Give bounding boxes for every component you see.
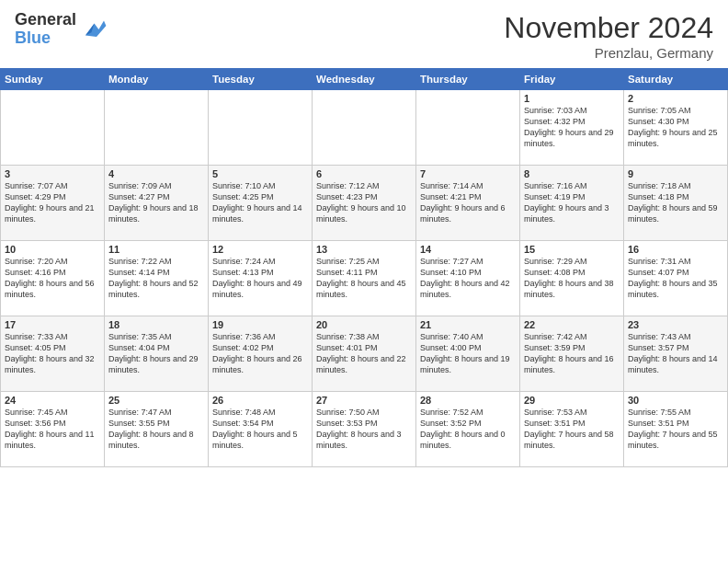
day-number: 29: [524, 395, 620, 406]
day-number: 5: [212, 168, 308, 179]
day-info: Sunrise: 7:33 AM Sunset: 4:05 PM Dayligh…: [5, 331, 100, 376]
day-info: Sunrise: 7:43 AM Sunset: 3:57 PM Dayligh…: [628, 331, 723, 376]
day-number: 22: [524, 319, 620, 330]
calendar-cell: 22Sunrise: 7:42 AM Sunset: 3:59 PM Dayli…: [520, 316, 624, 392]
calendar-cell: 29Sunrise: 7:53 AM Sunset: 3:51 PM Dayli…: [520, 392, 624, 467]
day-number: 11: [108, 244, 204, 255]
day-number: 24: [5, 395, 100, 406]
day-number: 16: [628, 244, 723, 255]
day-number: 17: [5, 319, 100, 330]
calendar-cell: 30Sunrise: 7:55 AM Sunset: 3:51 PM Dayli…: [624, 392, 728, 467]
logo-general: General: [15, 11, 76, 29]
calendar-cell: 26Sunrise: 7:48 AM Sunset: 3:54 PM Dayli…: [209, 392, 313, 467]
calendar-cell: 4Sunrise: 7:09 AM Sunset: 4:27 PM Daylig…: [105, 166, 209, 241]
calendar-cell: 6Sunrise: 7:12 AM Sunset: 4:23 PM Daylig…: [313, 166, 416, 241]
day-info: Sunrise: 7:40 AM Sunset: 4:00 PM Dayligh…: [420, 331, 516, 376]
calendar-cell: 28Sunrise: 7:52 AM Sunset: 3:52 PM Dayli…: [416, 392, 520, 467]
month-year: November 2024: [504, 11, 713, 45]
calendar-cell: 20Sunrise: 7:38 AM Sunset: 4:01 PM Dayli…: [313, 316, 416, 392]
day-info: Sunrise: 7:52 AM Sunset: 3:52 PM Dayligh…: [420, 407, 516, 452]
day-info: Sunrise: 7:36 AM Sunset: 4:02 PM Dayligh…: [212, 331, 308, 376]
logo-blue: Blue: [15, 29, 76, 48]
day-info: Sunrise: 7:07 AM Sunset: 4:29 PM Dayligh…: [5, 180, 100, 225]
weekday-header-tuesday: Tuesday: [209, 69, 313, 90]
weekday-header-friday: Friday: [520, 69, 624, 90]
calendar-cell: 19Sunrise: 7:36 AM Sunset: 4:02 PM Dayli…: [209, 316, 313, 392]
day-number: 18: [108, 319, 204, 330]
calendar-cell: 3Sunrise: 7:07 AM Sunset: 4:29 PM Daylig…: [1, 166, 105, 241]
day-info: Sunrise: 7:48 AM Sunset: 3:54 PM Dayligh…: [212, 407, 308, 452]
weekday-header-saturday: Saturday: [624, 69, 728, 90]
day-number: 10: [5, 244, 100, 255]
day-info: Sunrise: 7:31 AM Sunset: 4:07 PM Dayligh…: [628, 256, 723, 301]
calendar-table: SundayMondayTuesdayWednesdayThursdayFrid…: [0, 68, 728, 467]
logo: General Blue: [15, 11, 108, 48]
calendar-cell: 1Sunrise: 7:03 AM Sunset: 4:32 PM Daylig…: [520, 90, 624, 166]
calendar-cell: 9Sunrise: 7:18 AM Sunset: 4:18 PM Daylig…: [624, 166, 728, 241]
calendar-cell: 10Sunrise: 7:20 AM Sunset: 4:16 PM Dayli…: [1, 241, 105, 316]
svg-marker-0: [85, 20, 106, 37]
day-info: Sunrise: 7:16 AM Sunset: 4:19 PM Dayligh…: [524, 180, 620, 225]
day-number: 27: [316, 395, 412, 406]
day-info: Sunrise: 7:05 AM Sunset: 4:30 PM Dayligh…: [628, 105, 723, 150]
day-info: Sunrise: 7:45 AM Sunset: 3:56 PM Dayligh…: [5, 407, 100, 452]
day-number: 7: [420, 168, 516, 179]
weekday-header-monday: Monday: [105, 69, 209, 90]
day-number: 20: [316, 319, 412, 330]
day-info: Sunrise: 7:22 AM Sunset: 4:14 PM Dayligh…: [108, 256, 204, 301]
location: Prenzlau, Germany: [504, 45, 713, 61]
logo-bird-icon: [78, 15, 108, 44]
weekday-header-thursday: Thursday: [416, 69, 520, 90]
page-header: General Blue November 2024 Prenzlau, Ger…: [0, 0, 728, 68]
day-info: Sunrise: 7:20 AM Sunset: 4:16 PM Dayligh…: [5, 256, 100, 301]
day-number: 26: [212, 395, 308, 406]
calendar-cell: 8Sunrise: 7:16 AM Sunset: 4:19 PM Daylig…: [520, 166, 624, 241]
day-info: Sunrise: 7:24 AM Sunset: 4:13 PM Dayligh…: [212, 256, 308, 301]
day-info: Sunrise: 7:38 AM Sunset: 4:01 PM Dayligh…: [316, 331, 412, 376]
calendar-cell: [209, 90, 313, 166]
day-number: 15: [524, 244, 620, 255]
day-info: Sunrise: 7:18 AM Sunset: 4:18 PM Dayligh…: [628, 180, 723, 225]
day-number: 6: [316, 168, 412, 179]
calendar-cell: 5Sunrise: 7:10 AM Sunset: 4:25 PM Daylig…: [209, 166, 313, 241]
weekday-header-sunday: Sunday: [1, 69, 105, 90]
day-number: 8: [524, 168, 620, 179]
calendar-cell: 16Sunrise: 7:31 AM Sunset: 4:07 PM Dayli…: [624, 241, 728, 316]
calendar-cell: 2Sunrise: 7:05 AM Sunset: 4:30 PM Daylig…: [624, 90, 728, 166]
calendar-cell: 14Sunrise: 7:27 AM Sunset: 4:10 PM Dayli…: [416, 241, 520, 316]
day-number: 19: [212, 319, 308, 330]
calendar-cell: [416, 90, 520, 166]
day-info: Sunrise: 7:42 AM Sunset: 3:59 PM Dayligh…: [524, 331, 620, 376]
day-number: 23: [628, 319, 723, 330]
calendar-cell: 11Sunrise: 7:22 AM Sunset: 4:14 PM Dayli…: [105, 241, 209, 316]
calendar-cell: [313, 90, 416, 166]
calendar-cell: 23Sunrise: 7:43 AM Sunset: 3:57 PM Dayli…: [624, 316, 728, 392]
calendar-cell: 18Sunrise: 7:35 AM Sunset: 4:04 PM Dayli…: [105, 316, 209, 392]
calendar-cell: 17Sunrise: 7:33 AM Sunset: 4:05 PM Dayli…: [1, 316, 105, 392]
day-info: Sunrise: 7:50 AM Sunset: 3:53 PM Dayligh…: [316, 407, 412, 452]
day-info: Sunrise: 7:12 AM Sunset: 4:23 PM Dayligh…: [316, 180, 412, 225]
day-info: Sunrise: 7:14 AM Sunset: 4:21 PM Dayligh…: [420, 180, 516, 225]
calendar-body: 1Sunrise: 7:03 AM Sunset: 4:32 PM Daylig…: [1, 90, 728, 467]
day-info: Sunrise: 7:27 AM Sunset: 4:10 PM Dayligh…: [420, 256, 516, 301]
day-info: Sunrise: 7:55 AM Sunset: 3:51 PM Dayligh…: [628, 407, 723, 452]
day-number: 30: [628, 395, 723, 406]
title-block: November 2024 Prenzlau, Germany: [504, 11, 713, 61]
calendar-cell: 24Sunrise: 7:45 AM Sunset: 3:56 PM Dayli…: [1, 392, 105, 467]
day-number: 3: [5, 168, 100, 179]
calendar-cell: 27Sunrise: 7:50 AM Sunset: 3:53 PM Dayli…: [313, 392, 416, 467]
calendar-cell: 25Sunrise: 7:47 AM Sunset: 3:55 PM Dayli…: [105, 392, 209, 467]
day-info: Sunrise: 7:35 AM Sunset: 4:04 PM Dayligh…: [108, 331, 204, 376]
day-number: 2: [628, 93, 723, 104]
day-number: 25: [108, 395, 204, 406]
calendar-cell: 12Sunrise: 7:24 AM Sunset: 4:13 PM Dayli…: [209, 241, 313, 316]
day-info: Sunrise: 7:29 AM Sunset: 4:08 PM Dayligh…: [524, 256, 620, 301]
day-number: 1: [524, 93, 620, 104]
day-number: 14: [420, 244, 516, 255]
calendar-cell: 13Sunrise: 7:25 AM Sunset: 4:11 PM Dayli…: [313, 241, 416, 316]
day-info: Sunrise: 7:09 AM Sunset: 4:27 PM Dayligh…: [108, 180, 204, 225]
day-info: Sunrise: 7:10 AM Sunset: 4:25 PM Dayligh…: [212, 180, 308, 225]
day-number: 12: [212, 244, 308, 255]
calendar-cell: [1, 90, 105, 166]
day-number: 4: [108, 168, 204, 179]
